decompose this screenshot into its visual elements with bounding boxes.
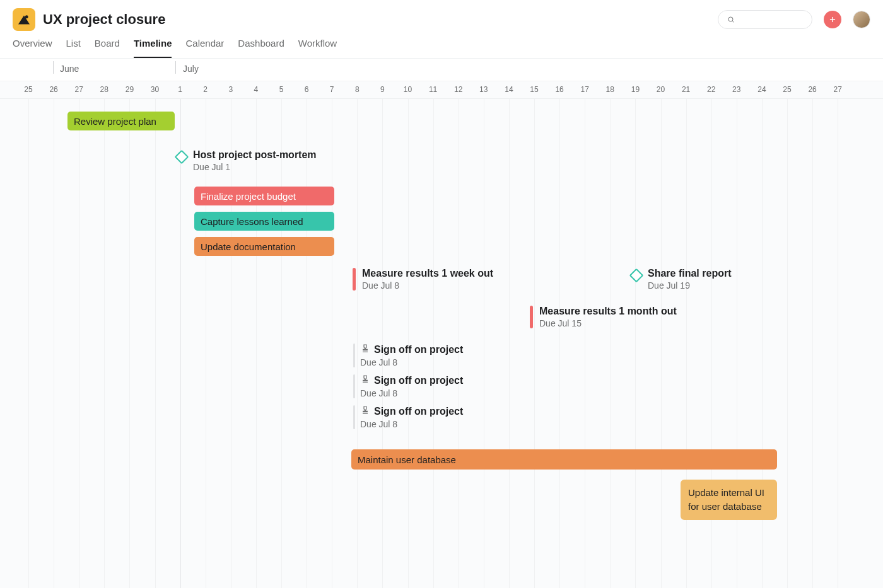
grid-line (559, 99, 560, 588)
timeline-canvas[interactable]: Review project planHost project post-mor… (0, 99, 883, 588)
grid-line (104, 99, 105, 588)
milestone-due: Due Jul 19 (648, 280, 731, 291)
day-header: 20 (648, 85, 674, 94)
milestone-share-final-report[interactable]: Share final reportDue Jul 19 (631, 268, 731, 291)
task-update-internal-ui[interactable]: Update internal UI for user database (681, 480, 777, 520)
tab-workflow[interactable]: Workflow (298, 38, 337, 58)
search-input[interactable] (740, 15, 803, 25)
day-header: 11 (421, 85, 446, 94)
task-capture-lessons[interactable]: Capture lessons learned (194, 212, 334, 231)
approval-due: Due Jul 8 (360, 388, 463, 398)
month-header-row: JuneJuly (0, 59, 883, 81)
month-label: July (183, 64, 199, 74)
grid-line (585, 99, 585, 588)
stamp-icon (360, 343, 370, 356)
tab-timeline[interactable]: Timeline (134, 38, 172, 58)
marker-bar (353, 268, 356, 291)
grid-line (610, 99, 611, 588)
month-tick (53, 61, 54, 74)
tab-calendar[interactable]: Calendar (185, 38, 224, 58)
task-title: Measure results 1 week out (362, 268, 493, 279)
svg-point-0 (26, 16, 28, 18)
day-header: 5 (269, 85, 294, 94)
grid-line (281, 99, 282, 588)
tab-list[interactable]: List (66, 38, 81, 58)
grid-line (307, 99, 307, 588)
add-button[interactable] (824, 11, 841, 28)
day-header: 1 (168, 85, 193, 94)
task-measure-1-month[interactable]: Measure results 1 month outDue Jul 15 (530, 306, 677, 328)
task-signoff-3[interactable]: Sign off on projectDue Jul 8 (353, 405, 463, 429)
tab-dashboard[interactable]: Dashboard (238, 38, 284, 58)
timeline-view: JuneJuly 2526272829301234567891011121314… (0, 59, 883, 588)
approval-edge (353, 405, 355, 429)
day-header: 9 (370, 85, 395, 94)
month-label: June (60, 64, 79, 74)
search-box[interactable] (718, 10, 812, 29)
day-header: 6 (294, 85, 319, 94)
day-header: 8 (344, 85, 370, 94)
day-header: 15 (522, 85, 547, 94)
grid-line (534, 99, 535, 588)
stamp-icon (360, 374, 370, 387)
day-header: 26 (41, 85, 66, 94)
plus-icon (828, 15, 837, 24)
diamond-icon (629, 268, 644, 283)
svg-point-1 (728, 17, 733, 21)
search-icon (727, 15, 735, 24)
grid-line (812, 99, 813, 588)
task-title: Measure results 1 month out (539, 306, 677, 317)
day-header: 4 (243, 85, 269, 94)
project-icon (13, 8, 35, 31)
approval-due: Due Jul 8 (360, 419, 463, 429)
grid-line (787, 99, 788, 588)
header-bar: UX project closure (0, 0, 883, 32)
task-signoff-1[interactable]: Sign off on projectDue Jul 8 (353, 343, 463, 367)
grid-line (256, 99, 257, 588)
day-header-row: 2526272829301234567891011121314151617181… (0, 81, 883, 99)
tab-bar: OverviewListBoardTimelineCalendarDashboa… (0, 32, 883, 59)
approval-title: Sign off on project (374, 406, 463, 417)
svg-line-2 (732, 21, 734, 22)
approval-title: Sign off on project (374, 344, 463, 355)
grid-line (79, 99, 79, 588)
task-review-project-plan[interactable]: Review project plan (67, 112, 175, 130)
stamp-icon (360, 405, 370, 418)
grid-line (129, 99, 130, 588)
project-title: UX project closure (43, 11, 165, 28)
task-finalize-budget[interactable]: Finalize project budget (194, 187, 334, 205)
tab-board[interactable]: Board (95, 38, 120, 58)
day-header: 29 (117, 85, 142, 94)
grid-line (332, 99, 332, 588)
task-signoff-2[interactable]: Sign off on projectDue Jul 8 (353, 374, 463, 398)
day-header: 18 (597, 85, 623, 94)
day-header: 25 (775, 85, 800, 94)
grid-line (661, 99, 662, 588)
grid-line (484, 99, 484, 588)
grid-line (509, 99, 510, 588)
marker-bar (530, 306, 533, 328)
day-header: 28 (91, 85, 117, 94)
grid-line (54, 99, 54, 588)
day-header: 17 (572, 85, 597, 94)
day-header: 30 (143, 85, 168, 94)
task-update-documentation[interactable]: Update documentation (194, 237, 334, 256)
milestone-post-mortem[interactable]: Host project post-mortemDue Jul 1 (177, 149, 317, 172)
day-header: 23 (724, 85, 749, 94)
approval-due: Due Jul 8 (360, 357, 463, 367)
user-avatar[interactable] (853, 11, 870, 28)
task-measure-1-week[interactable]: Measure results 1 week outDue Jul 8 (353, 268, 493, 291)
tab-overview[interactable]: Overview (13, 38, 52, 58)
task-maintain-user-database[interactable]: Maintain user database (351, 449, 777, 470)
day-header: 24 (749, 85, 775, 94)
grid-line (155, 99, 156, 588)
task-due: Due Jul 8 (362, 280, 493, 291)
approval-title: Sign off on project (374, 375, 463, 386)
day-header: 26 (800, 85, 825, 94)
grid-line (28, 99, 29, 588)
day-header: 21 (674, 85, 699, 94)
day-header: 25 (16, 85, 41, 94)
diamond-icon (175, 150, 189, 164)
day-header: 7 (319, 85, 344, 94)
day-header: 2 (193, 85, 218, 94)
